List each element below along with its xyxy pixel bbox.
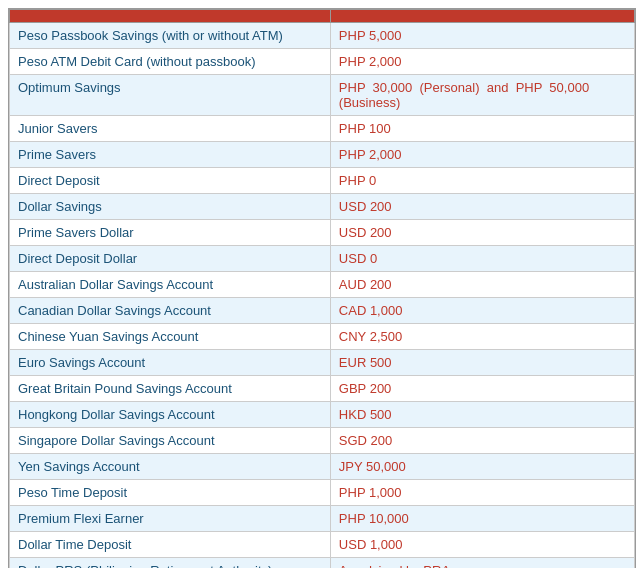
min-deposit-cell: CNY 2,500 <box>330 324 634 350</box>
min-deposit-cell: SGD 200 <box>330 428 634 454</box>
account-type-cell: Peso Passbook Savings (with or without A… <box>10 23 331 49</box>
account-type-cell: Prime Savers Dollar <box>10 220 331 246</box>
min-deposit-cell: HKD 500 <box>330 402 634 428</box>
table-row: Junior SaversPHP 100 <box>10 116 635 142</box>
header-min-deposit <box>330 10 634 23</box>
min-deposit-cell: PHP 100 <box>330 116 634 142</box>
table-row: Euro Savings AccountEUR 500 <box>10 350 635 376</box>
account-type-cell: Direct Deposit <box>10 168 331 194</box>
account-type-cell: Great Britain Pound Savings Account <box>10 376 331 402</box>
table-row: Prime Savers DollarUSD 200 <box>10 220 635 246</box>
table-row: Prime SaversPHP 2,000 <box>10 142 635 168</box>
account-type-cell: Dollar PRS (Philippine Retirement Author… <box>10 558 331 569</box>
table-row: Direct Deposit DollarUSD 0 <box>10 246 635 272</box>
table-row: Optimum SavingsPHP 30,000 (Personal) and… <box>10 75 635 116</box>
min-deposit-cell: USD 200 <box>330 194 634 220</box>
table-row: Direct DepositPHP 0 <box>10 168 635 194</box>
table-row: Premium Flexi EarnerPHP 10,000 <box>10 506 635 532</box>
min-deposit-cell: USD 200 <box>330 220 634 246</box>
table-row: Yen Savings AccountJPY 50,000 <box>10 454 635 480</box>
header-account-type <box>10 10 331 23</box>
account-type-cell: Yen Savings Account <box>10 454 331 480</box>
min-deposit-cell: GBP 200 <box>330 376 634 402</box>
min-deposit-cell: As advised by PRA <box>330 558 634 569</box>
account-type-cell: Premium Flexi Earner <box>10 506 331 532</box>
account-type-cell: Euro Savings Account <box>10 350 331 376</box>
min-deposit-cell: USD 1,000 <box>330 532 634 558</box>
min-deposit-cell: EUR 500 <box>330 350 634 376</box>
account-type-cell: Prime Savers <box>10 142 331 168</box>
table-row: Peso Passbook Savings (with or without A… <box>10 23 635 49</box>
table-row: Canadian Dollar Savings AccountCAD 1,000 <box>10 298 635 324</box>
account-type-cell: Canadian Dollar Savings Account <box>10 298 331 324</box>
min-deposit-cell: USD 0 <box>330 246 634 272</box>
bdo-savings-table: Peso Passbook Savings (with or without A… <box>9 9 635 568</box>
account-type-cell: Singapore Dollar Savings Account <box>10 428 331 454</box>
min-deposit-cell: CAD 1,000 <box>330 298 634 324</box>
account-type-cell: Optimum Savings <box>10 75 331 116</box>
table-row: Australian Dollar Savings AccountAUD 200 <box>10 272 635 298</box>
account-type-cell: Peso Time Deposit <box>10 480 331 506</box>
min-deposit-cell: JPY 50,000 <box>330 454 634 480</box>
table-row: Singapore Dollar Savings AccountSGD 200 <box>10 428 635 454</box>
account-type-cell: Junior Savers <box>10 116 331 142</box>
min-deposit-cell: AUD 200 <box>330 272 634 298</box>
account-type-cell: Peso ATM Debit Card (without passbook) <box>10 49 331 75</box>
table-row: Hongkong Dollar Savings AccountHKD 500 <box>10 402 635 428</box>
min-deposit-cell: PHP 2,000 <box>330 142 634 168</box>
min-deposit-cell: PHP 5,000 <box>330 23 634 49</box>
table-row: Great Britain Pound Savings AccountGBP 2… <box>10 376 635 402</box>
table-row: Dollar Time DepositUSD 1,000 <box>10 532 635 558</box>
min-deposit-cell: PHP 1,000 <box>330 480 634 506</box>
table-row: Dollar SavingsUSD 200 <box>10 194 635 220</box>
account-type-cell: Direct Deposit Dollar <box>10 246 331 272</box>
min-deposit-cell: PHP 10,000 <box>330 506 634 532</box>
min-deposit-cell: PHP 0 <box>330 168 634 194</box>
account-type-cell: Dollar Time Deposit <box>10 532 331 558</box>
account-type-cell: Australian Dollar Savings Account <box>10 272 331 298</box>
table-row: Dollar PRS (Philippine Retirement Author… <box>10 558 635 569</box>
table-row: Chinese Yuan Savings AccountCNY 2,500 <box>10 324 635 350</box>
table-row: Peso Time DepositPHP 1,000 <box>10 480 635 506</box>
account-type-cell: Dollar Savings <box>10 194 331 220</box>
savings-table-container: Peso Passbook Savings (with or without A… <box>8 8 636 568</box>
table-header-row <box>10 10 635 23</box>
account-type-cell: Hongkong Dollar Savings Account <box>10 402 331 428</box>
min-deposit-cell: PHP 30,000 (Personal) and PHP 50,000 (Bu… <box>330 75 634 116</box>
min-deposit-cell: PHP 2,000 <box>330 49 634 75</box>
table-row: Peso ATM Debit Card (without passbook)PH… <box>10 49 635 75</box>
account-type-cell: Chinese Yuan Savings Account <box>10 324 331 350</box>
